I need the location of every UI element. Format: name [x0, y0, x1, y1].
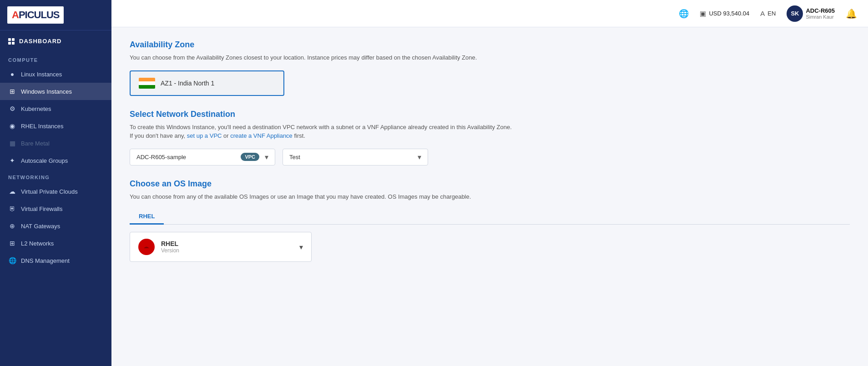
balance-display[interactable]: ▣ USD 93,540.04: [700, 10, 749, 18]
sidebar-item-label: Bare Metal: [21, 140, 50, 147]
translate-icon: A: [760, 10, 765, 17]
section-label-compute: COMPUTE: [0, 52, 111, 65]
os-image-section: Choose an OS Image You can choose from a…: [130, 179, 850, 262]
sidebar-item-label: L2 Networks: [21, 240, 54, 247]
sidebar-item-label: NAT Gateways: [21, 223, 60, 230]
sidebar-item-rhel-instances[interactable]: ◉ RHEL Instances: [0, 117, 111, 135]
notifications-button[interactable]: 🔔: [846, 8, 857, 19]
kubernetes-icon: ⚙: [8, 105, 16, 113]
linux-icon: ●: [8, 70, 16, 78]
sidebar-item-autoscale-groups[interactable]: ✦ Autoscale Groups: [0, 152, 111, 169]
network-title: Select Network Destination: [130, 110, 850, 119]
os-tabs: RHEL: [130, 209, 850, 225]
avatar: SK: [787, 5, 803, 22]
windows-icon: ⊞: [8, 87, 16, 95]
sidebar-item-virtual-private-clouds[interactable]: ☁ Virtual Private Clouds: [0, 183, 111, 200]
logo-text: APICULUS: [12, 9, 59, 20]
user-menu[interactable]: SK ADC-R605 Simran Kaur: [787, 5, 835, 22]
sidebar-item-kubernetes[interactable]: ⚙ Kubernetes: [0, 100, 111, 117]
az-title: Availability Zone: [130, 40, 850, 50]
network-desc-text: To create this Windows Instance, you'll …: [130, 124, 512, 130]
dashboard-icon: [8, 38, 15, 45]
sidebar-item-label: DNS Management: [21, 257, 70, 264]
topbar: 🌐 ▣ USD 93,540.04 A EN SK ADC-R605 Simra…: [111, 0, 868, 27]
sidebar-logo: APICULUS: [0, 0, 111, 30]
rhel-os-icon: [138, 239, 155, 255]
sidebar-item-label: Virtual Private Clouds: [21, 188, 78, 195]
sidebar-item-label: Linux Instances: [21, 71, 62, 78]
bell-icon: 🔔: [846, 8, 857, 19]
link-separator: or: [223, 132, 229, 139]
globe-icon: 🌐: [679, 9, 689, 19]
os-name: RHEL: [161, 240, 293, 247]
subnet-selected-value: Test: [289, 154, 415, 160]
vpc-dropdown-arrow: ▾: [265, 153, 268, 161]
bare-metal-icon: ▦: [8, 139, 16, 147]
vpc-selected-value: ADC-R605-sample: [136, 154, 241, 160]
sidebar-item-label: Kubernetes: [21, 105, 51, 112]
sidebar-item-nat-gateways[interactable]: ⊕ NAT Gateways: [0, 217, 111, 235]
content-area: Availability Zone You can choose from th…: [111, 27, 868, 366]
user-info: ADC-R605 Simran Kaur: [806, 7, 835, 20]
sidebar-item-linux-instances[interactable]: ● Linux Instances: [0, 65, 111, 83]
main-area: 🌐 ▣ USD 93,540.04 A EN SK ADC-R605 Simra…: [111, 0, 868, 366]
sidebar-item-label: Windows Instances: [21, 88, 72, 95]
vpc-icon: ☁: [8, 187, 16, 196]
az-card[interactable]: AZ1 - India North 1: [130, 70, 284, 96]
subnet-dropdown-arrow: ▾: [418, 153, 421, 161]
vpc-dropdown[interactable]: ADC-R605-sample VPC ▾: [130, 149, 275, 165]
sidebar-item-label: Virtual Firewalls: [21, 206, 63, 212]
india-flag: [139, 78, 155, 89]
sidebar-item-dns-management[interactable]: 🌐 DNS Management: [0, 252, 111, 269]
link-suffix: first.: [294, 132, 305, 139]
section-label-networking: NETWORKING: [0, 169, 111, 183]
os-title: Choose an OS Image: [130, 179, 850, 189]
vpc-badge: VPC: [241, 153, 259, 161]
az-description: You can choose from the Availability Zon…: [130, 53, 850, 62]
os-card[interactable]: RHEL Version ▾: [130, 232, 312, 262]
sidebar-item-windows-instances[interactable]: ⊞ Windows Instances: [0, 83, 111, 100]
balance-icon: ▣: [700, 10, 706, 18]
sidebar: APICULUS DASHBOARD COMPUTE ● Linux Insta…: [0, 0, 111, 366]
sidebar-item-l2-networks[interactable]: ⊞ L2 Networks: [0, 235, 111, 252]
sidebar-item-label: Autoscale Groups: [21, 157, 68, 164]
network-desc-prefix: If you don't have any,: [130, 132, 185, 139]
tab-rhel[interactable]: RHEL: [130, 209, 164, 225]
logo: APICULUS: [7, 6, 64, 24]
sidebar-item-label: RHEL Instances: [21, 123, 63, 130]
globe-button[interactable]: 🌐: [679, 9, 689, 19]
subnet-dropdown[interactable]: Test ▾: [283, 149, 428, 165]
os-version-arrow[interactable]: ▾: [299, 243, 303, 251]
sidebar-item-dashboard[interactable]: DASHBOARD: [0, 30, 111, 52]
dns-icon: 🌐: [8, 256, 16, 265]
language-selector[interactable]: A EN: [760, 10, 776, 17]
lang-value: EN: [767, 10, 776, 17]
network-description: To create this Windows Instance, you'll …: [130, 123, 850, 140]
setup-vpc-link[interactable]: set up a VPC: [187, 132, 222, 139]
network-dropdowns: ADC-R605-sample VPC ▾ Test ▾: [130, 149, 850, 165]
network-destination-section: Select Network Destination To create thi…: [130, 110, 850, 165]
os-version-placeholder: Version: [161, 247, 293, 254]
firewall-icon: ⛨: [8, 205, 16, 213]
os-description: You can choose from any of the available…: [130, 192, 850, 201]
l2-icon: ⊞: [8, 239, 16, 247]
os-info: RHEL Version: [161, 240, 293, 254]
az-zone-label: AZ1 - India North 1: [161, 80, 214, 87]
dashboard-label: DASHBOARD: [19, 38, 62, 45]
nat-icon: ⊕: [8, 222, 16, 230]
user-name: Simran Kaur: [806, 14, 835, 20]
sidebar-item-bare-metal: ▦ Bare Metal: [0, 135, 111, 152]
create-vnf-link[interactable]: create a VNF Appliance: [230, 132, 293, 139]
rhel-icon: ◉: [8, 122, 16, 130]
availability-zone-section: Availability Zone You can choose from th…: [130, 40, 850, 96]
balance-value: USD 93,540.04: [709, 10, 749, 17]
autoscale-icon: ✦: [8, 156, 16, 165]
user-id: ADC-R605: [806, 7, 835, 14]
sidebar-item-virtual-firewalls[interactable]: ⛨ Virtual Firewalls: [0, 200, 111, 217]
